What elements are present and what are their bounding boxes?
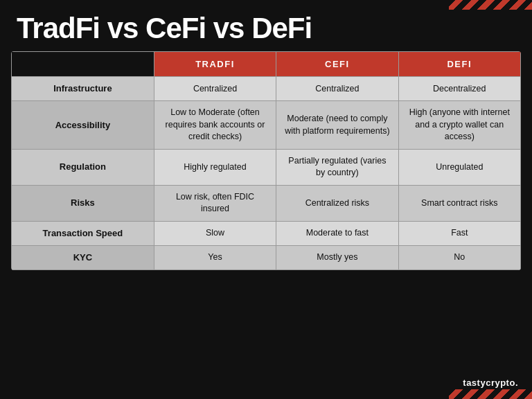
cell-defi: High (anyone with internet and a crypto …	[398, 101, 520, 150]
row-label: Infrastructure	[12, 77, 154, 101]
row-label: Risks	[12, 185, 154, 221]
cell-cefi: Partially regulated (varies by country)	[276, 149, 398, 185]
comparison-table: TRADFI CEFI DEFI InfrastructureCentraliz…	[11, 51, 521, 270]
watermark-text: tastycrypto.	[463, 378, 518, 388]
cell-tradfi: Low to Moderate (often requires bank acc…	[154, 101, 276, 150]
cell-defi: Fast	[398, 221, 520, 245]
cell-cefi: Mostly yes	[276, 246, 398, 270]
header-label	[12, 52, 154, 77]
cell-tradfi: Low risk, often FDIC insured	[154, 185, 276, 221]
table-row: InfrastructureCentralizedCentralizedDece…	[12, 77, 521, 101]
cell-tradfi: Centralized	[154, 77, 276, 101]
watermark: tastycrypto.	[463, 378, 518, 388]
table-wrapper: TRADFI CEFI DEFI InfrastructureCentraliz…	[11, 51, 521, 270]
cell-defi: Decentralized	[398, 77, 520, 101]
header-cefi: CEFI	[276, 52, 398, 77]
table-row: AccessibilityLow to Moderate (often requ…	[12, 101, 521, 150]
table-row: RisksLow risk, often FDIC insuredCentral…	[12, 185, 521, 221]
top-stripe	[449, 0, 532, 10]
cell-cefi: Centralized	[276, 77, 398, 101]
header-defi: DEFI	[398, 52, 520, 77]
cell-cefi: Moderate (need to comply with platform r…	[276, 101, 398, 150]
cell-cefi: Centralized risks	[276, 185, 398, 221]
table-row: KYCYesMostly yesNo	[12, 246, 521, 270]
cell-defi: No	[398, 246, 520, 270]
table-row: Transaction SpeedSlowModerate to fastFas…	[12, 221, 521, 245]
bottom-stripe	[449, 389, 532, 399]
page-title: TradFi vs CeFi vs DeFi	[17, 12, 515, 44]
row-label: Accessibility	[12, 101, 154, 150]
cell-tradfi: Yes	[154, 246, 276, 270]
cell-defi: Unregulated	[398, 149, 520, 185]
row-label: Transaction Speed	[12, 221, 154, 245]
table-row: RegulationHighly regulatedPartially regu…	[12, 149, 521, 185]
row-label: Regulation	[12, 149, 154, 185]
cell-cefi: Moderate to fast	[276, 221, 398, 245]
cell-tradfi: Slow	[154, 221, 276, 245]
header-tradfi: TRADFI	[154, 52, 276, 77]
row-label: KYC	[12, 246, 154, 270]
cell-tradfi: Highly regulated	[154, 149, 276, 185]
cell-defi: Smart contract risks	[398, 185, 520, 221]
